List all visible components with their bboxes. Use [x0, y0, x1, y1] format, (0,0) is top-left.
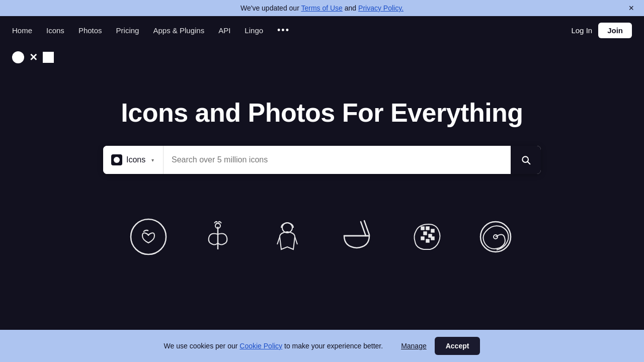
nav-home[interactable]: Home [12, 26, 32, 35]
cookie-banner: We use cookies per our Cookie Policy to … [0, 330, 644, 362]
nav-apps[interactable]: Apps & Plugins [153, 26, 204, 35]
icon-preview-heart-face[interactable] [126, 214, 171, 259]
join-button[interactable]: Join [598, 23, 632, 38]
search-type-selector[interactable]: Icons ▾ [103, 146, 164, 174]
svg-rect-16 [431, 237, 434, 240]
cookie-text: We use cookies per our Cookie Policy to … [164, 342, 383, 350]
cookie-manage-button[interactable]: Manage [401, 342, 427, 350]
svg-rect-9 [421, 227, 424, 230]
chevron-down-icon: ▾ [151, 157, 154, 163]
icon-preview-spiral-shell[interactable] [473, 214, 518, 259]
svg-rect-14 [421, 237, 424, 240]
terms-link[interactable]: Terms of Use [301, 4, 342, 12]
search-input[interactable] [164, 146, 511, 174]
privacy-link[interactable]: Privacy Policy. [358, 4, 404, 12]
nav-more-button[interactable]: ••• [277, 25, 290, 36]
nav-photos[interactable]: Photos [78, 26, 102, 35]
notif-and: and [345, 4, 358, 12]
cookie-accept-button[interactable]: Accept [435, 337, 480, 355]
svg-rect-12 [424, 232, 427, 235]
logo-circle [12, 51, 24, 63]
nav-icons[interactable]: Icons [46, 26, 64, 35]
svg-line-1 [528, 162, 530, 164]
icon-preview-bowl-chopsticks[interactable] [334, 214, 379, 259]
notif-close-button[interactable]: × [628, 3, 634, 14]
search-icon [521, 155, 531, 165]
main-nav: Home Icons Photos Pricing Apps & Plugins… [0, 16, 644, 44]
icon-preview-plant-lungs[interactable] [195, 214, 240, 259]
icon-preview-ai-brain[interactable] [404, 214, 449, 259]
logo-x: ✕ [29, 52, 38, 62]
hero-section: Icons and Photos For Everything Icons ▾ [0, 67, 644, 194]
icon-previews-row1 [0, 194, 644, 269]
cookie-text-before: We use cookies per our [164, 342, 240, 350]
svg-rect-11 [431, 229, 434, 232]
cookie-policy-link[interactable]: Cookie Policy [239, 342, 282, 350]
logo-square [43, 52, 54, 63]
search-bar: Icons ▾ [103, 146, 541, 174]
nav-lingo[interactable]: Lingo [245, 26, 263, 35]
search-button[interactable] [511, 146, 541, 174]
svg-point-2 [131, 219, 166, 254]
brand-logo: ✕ [0, 44, 644, 67]
search-type-icon [111, 154, 122, 165]
nav-links: Home Icons Photos Pricing Apps & Plugins… [12, 25, 290, 36]
notification-bar: We've updated our Terms of Use and Priva… [0, 0, 644, 16]
login-button[interactable]: Log In [571, 26, 592, 35]
icon-preview-woman[interactable] [265, 214, 310, 259]
svg-rect-15 [426, 239, 429, 242]
nav-pricing[interactable]: Pricing [116, 26, 139, 35]
svg-rect-10 [426, 227, 429, 230]
nav-auth: Log In Join [571, 23, 632, 38]
search-type-label: Icons [126, 155, 145, 164]
nav-api[interactable]: API [218, 26, 230, 35]
hero-title: Icons and Photos For Everything [121, 98, 523, 128]
notif-text-before: We've updated our [240, 4, 301, 12]
cookie-text-after: to make your experience better. [284, 342, 383, 350]
